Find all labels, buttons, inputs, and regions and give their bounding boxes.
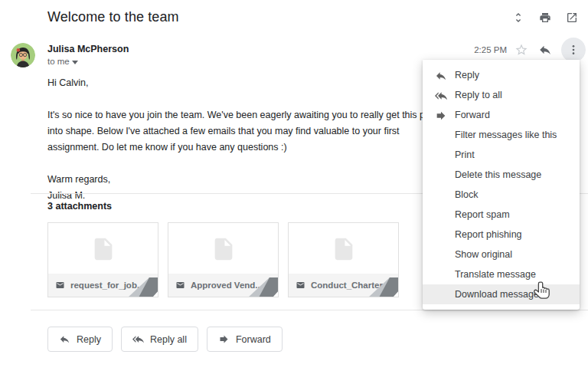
menu-item-label: Filter messages like this <box>455 130 557 140</box>
reply-all-icon <box>435 89 447 101</box>
menu-item-label: Print <box>455 149 475 160</box>
chevron-down-icon <box>72 61 78 64</box>
attachments-row: request_for_job.. Approved Vend... <box>47 222 399 297</box>
menu-item-label: Translate message <box>455 269 536 280</box>
envelope-icon <box>54 281 66 290</box>
menu-item-label: Delete this message <box>455 169 541 180</box>
folded-corner-icon <box>368 277 399 297</box>
menu-item-label: Report spam <box>455 209 510 220</box>
menu-item-label: Forward <box>455 110 490 120</box>
footer-divider <box>31 310 588 310</box>
bottom-actions: Reply Reply all Forward <box>47 327 283 352</box>
menu-item[interactable]: Filter messages like this <box>423 125 580 145</box>
open-in-new-icon[interactable] <box>565 11 579 25</box>
forward-icon <box>218 333 230 345</box>
reply-button[interactable]: Reply <box>47 327 113 352</box>
menu-item[interactable]: Translate message <box>423 264 580 284</box>
message-options-menu: Reply Reply to all Forward Filter messag… <box>423 60 580 310</box>
menu-item-label: Report phishing <box>455 229 522 240</box>
document-icon <box>289 223 398 275</box>
reply-all-button-label: Reply all <box>150 334 187 345</box>
body-paragraph: It's so nice to have you join the team. … <box>47 107 446 156</box>
print-icon[interactable] <box>538 11 552 25</box>
reply-button-label: Reply <box>77 334 101 345</box>
attachment-card[interactable]: Conduct_Charter <box>288 222 399 297</box>
menu-item[interactable]: Reply <box>423 65 580 85</box>
reply-icon <box>435 69 447 81</box>
attachment-card[interactable]: Approved Vend... <box>168 222 279 297</box>
avatar <box>11 43 35 67</box>
more-options-button[interactable] <box>561 38 586 62</box>
reply-icon[interactable] <box>538 43 552 57</box>
menu-item[interactable]: Reply to all <box>423 85 580 105</box>
forward-button-label: Forward <box>236 334 271 345</box>
forward-icon <box>435 109 447 121</box>
menu-item-label: Download message <box>455 289 539 300</box>
menu-item[interactable]: Show original <box>423 245 580 264</box>
reply-all-icon <box>132 333 144 345</box>
expand-all-icon[interactable] <box>511 11 525 25</box>
top-toolbar <box>511 11 579 25</box>
menu-item-label: Reply <box>455 70 479 80</box>
recipient-dropdown[interactable]: to me <box>47 57 78 66</box>
reply-all-button[interactable]: Reply all <box>121 327 198 352</box>
email-subject: Welcome to the team <box>47 9 179 25</box>
document-icon <box>168 223 278 275</box>
menu-item-label: Reply to all <box>455 90 502 100</box>
envelope-icon <box>295 281 306 290</box>
recipient-label: to me <box>47 57 70 66</box>
forward-button[interactable]: Forward <box>207 327 283 352</box>
menu-item-label: Show original <box>455 249 512 260</box>
menu-item[interactable]: Print <box>423 145 580 165</box>
document-icon <box>48 223 158 275</box>
greeting: Hi Calvin, <box>47 75 446 91</box>
envelope-icon <box>175 281 186 290</box>
sender-name: Julisa McPherson <box>47 44 129 54</box>
menu-item[interactable]: Report phishing <box>423 225 580 245</box>
email-timestamp: 2:25 PM <box>469 45 507 54</box>
folded-corner-icon <box>248 277 279 297</box>
email-body: Hi Calvin, It's so nice to have you join… <box>47 75 446 204</box>
menu-item[interactable]: Forward <box>423 105 580 125</box>
menu-item[interactable]: Report spam <box>423 205 580 225</box>
menu-item[interactable]: Delete this message <box>423 165 580 185</box>
star-icon[interactable] <box>514 43 528 57</box>
signature-block: Warm regards, Julisa M. <box>47 172 446 204</box>
menu-item[interactable]: Download message <box>423 284 580 304</box>
attachment-card[interactable]: request_for_job.. <box>47 222 158 297</box>
menu-item[interactable]: Block <box>423 185 580 205</box>
gmail-message-view: Welcome to the team Julisa McPherson <box>0 0 588 371</box>
attachments-heading: 3 attachments <box>47 201 112 212</box>
reply-icon <box>59 333 70 345</box>
menu-item-label: Block <box>455 189 479 200</box>
closing: Warm regards, <box>47 172 446 188</box>
folded-corner-icon <box>128 277 158 297</box>
